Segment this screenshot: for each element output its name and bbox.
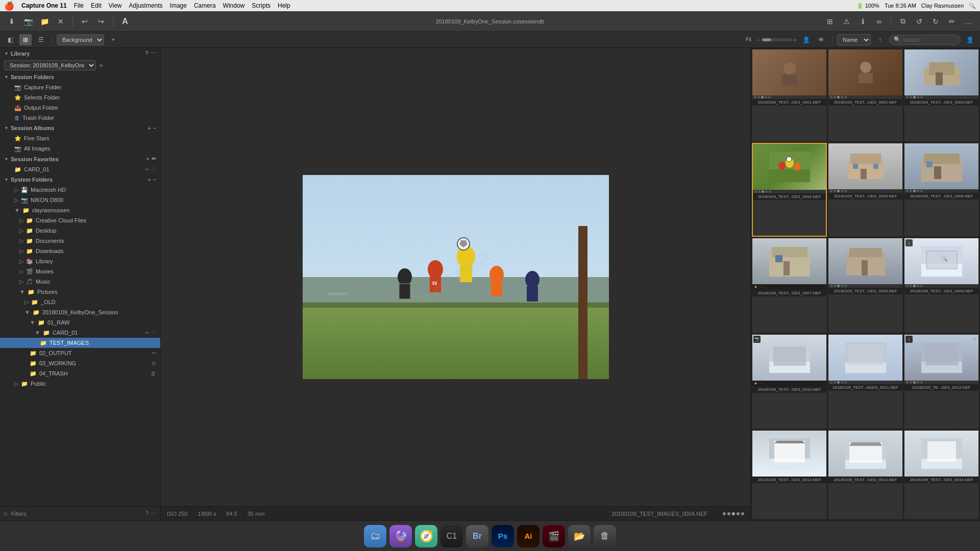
system-folders-header[interactable]: ▼ System Folders + −	[0, 174, 160, 185]
card01sub-edit-icon[interactable]: ✏	[145, 330, 150, 336]
session-favorites-header[interactable]: ▼ Session Favorites + ✏	[0, 154, 160, 164]
folder-button[interactable]: 📁	[38, 15, 51, 28]
filters-help[interactable]: ?	[145, 510, 149, 517]
loop-button[interactable]: ∞	[872, 15, 886, 28]
sfav-edit[interactable]: ✏	[152, 156, 156, 162]
fav-edit-icon[interactable]: ✏	[145, 166, 150, 173]
dock-files[interactable]: 📂	[568, 525, 591, 547]
redo-button[interactable]: ↪	[94, 15, 108, 28]
library-section-header[interactable]: ▼ Library ? ⋯	[0, 48, 160, 59]
search-box[interactable]: 🔍 Search	[889, 35, 961, 45]
sa-add[interactable]: +	[148, 125, 151, 131]
trash-sub-action-icon[interactable]: 🗑	[151, 370, 156, 377]
card01sub-heart-icon[interactable]: ♡	[151, 330, 156, 336]
menu-help[interactable]: Help	[278, 2, 290, 9]
sysf-add[interactable]: +	[148, 177, 151, 183]
menu-edit[interactable]: Edit	[91, 2, 102, 9]
thumb-0004[interactable]: 20180109_TEST...GES_0004.NEF	[752, 143, 827, 237]
sidebar-item-downloads[interactable]: ▷ 📁 Downloads	[0, 246, 160, 256]
alert-button[interactable]: ⚠	[840, 15, 853, 28]
sidebar-item-02output[interactable]: 📁 02_OUTPUT ✏	[0, 348, 160, 358]
library-more[interactable]: ⋯	[151, 50, 156, 57]
sidebar-item-all-images[interactable]: 📷 All Images	[0, 143, 160, 154]
sidebar-item-documents[interactable]: ▷ 📁 Documents	[0, 236, 160, 246]
menu-camera[interactable]: Camera	[194, 2, 216, 9]
view-list[interactable]: ☰	[35, 34, 47, 45]
add-session-button[interactable]: +	[99, 61, 103, 69]
zoom-slider[interactable]	[762, 38, 793, 41]
thumb-0006[interactable]: 20180109_TEST...GES_0006.NEF	[904, 143, 979, 237]
sidebar-item-trash[interactable]: 🗑 Trash Folder	[0, 113, 160, 123]
output-action-icon[interactable]: ✏	[152, 350, 156, 357]
menu-app[interactable]: Capture One 11	[21, 2, 67, 9]
thumb-0008[interactable]: 20180109_TEST...GES_0008.NEF	[828, 238, 903, 333]
dock-trash[interactable]: 🗑	[594, 525, 616, 547]
person-filter[interactable]: 👤	[800, 34, 812, 45]
thumb-0001[interactable]: 20180109_TEST...GES_0001.NEF	[752, 49, 827, 142]
dock-capture-one[interactable]: C1	[440, 525, 463, 547]
sidebar-item-public[interactable]: ▷ 📁 Public	[0, 379, 160, 389]
thumb-0012[interactable]: ▶ 1 20180109_TE...GES_0012.NEF	[904, 334, 979, 429]
thumb-0013[interactable]: 20180109_TEST...GES_0013.NEF	[752, 430, 827, 519]
filters-label[interactable]: Filters	[11, 511, 27, 517]
apple-menu[interactable]: 🍎	[4, 1, 14, 11]
sfav-add[interactable]: +	[146, 156, 150, 162]
background-select[interactable]: Background White Light Gray Dark Gray Bl…	[57, 34, 104, 45]
undo-button[interactable]: ↩	[78, 15, 91, 28]
thumb-0002[interactable]: 20180109_TEST...GES_0002.NEF	[828, 49, 903, 142]
sidebar-item-creative-cloud[interactable]: ▷ 📁 Creative Cloud Files	[0, 215, 160, 226]
sidebar-item-old[interactable]: ▷ 📁 _OLD	[0, 297, 160, 307]
text-button[interactable]: A	[118, 15, 132, 28]
person-icon[interactable]: 👤	[964, 34, 976, 45]
search-icon[interactable]: 🔍	[969, 3, 976, 9]
zoom-plus[interactable]: +	[794, 37, 797, 43]
dock-safari[interactable]: 🧭	[415, 525, 437, 547]
session-albums-header[interactable]: ▼ Session Albums + −	[0, 123, 160, 133]
session-folders-header[interactable]: ▼ Session Folders	[0, 72, 160, 82]
layout-grid-button[interactable]: ⊞	[823, 15, 837, 28]
tethered-button[interactable]: 📷	[21, 15, 35, 28]
dock-photoshop[interactable]: Ps	[492, 525, 514, 547]
sidebar-item-test-images[interactable]: 📁 TEST_IMAGES	[0, 338, 160, 348]
menu-window[interactable]: Window	[223, 2, 245, 9]
copy-button[interactable]: ⧉	[896, 15, 910, 28]
sidebar-item-selects[interactable]: ⭐ Selects Folder	[0, 92, 160, 103]
sync-button[interactable]: ↻	[929, 15, 942, 28]
sidebar-item-capture[interactable]: 📷 Capture Folder	[0, 82, 160, 92]
thumb-0010[interactable]: 📷 ★ · · · · 20180109_TEST...GES_0010.NEF	[752, 334, 827, 429]
dock-finder[interactable]: 🗂	[364, 525, 386, 547]
sidebar-item-five-stars[interactable]: ⭐ Five Stars	[0, 133, 160, 143]
sidebar-item-output[interactable]: 📤 Output Folder	[0, 103, 160, 113]
info-button[interactable]: ℹ	[856, 15, 869, 28]
dock-bridge[interactable]: Br	[466, 525, 488, 547]
library-help[interactable]: ?	[145, 50, 149, 57]
view-grid[interactable]: ⊞	[19, 34, 32, 45]
thumb-0015[interactable]: 20180109_TEST...GES_0015.NEF	[904, 430, 979, 519]
menu-adjustments[interactable]: Adjustments	[129, 2, 163, 9]
menu-view[interactable]: View	[109, 2, 122, 9]
eye-button[interactable]: 👁	[815, 34, 827, 45]
sidebar-item-movies[interactable]: ▷ 🎬 Movies	[0, 266, 160, 277]
import-button[interactable]: ⬇	[5, 15, 18, 28]
thumb-0011[interactable]: 20180109_TEST...AGES_0011.NEF	[828, 334, 903, 429]
dock-siri[interactable]: 🔮	[389, 525, 412, 547]
sidebar-item-04trash[interactable]: 📁 04_TRASH 🗑	[0, 368, 160, 379]
sidebar-item-pictures[interactable]: ▼ 📁 Pictures	[0, 287, 160, 297]
sa-more[interactable]: −	[153, 125, 156, 131]
sidebar-item-music[interactable]: ▷ 🎵 Music	[0, 277, 160, 287]
thumb-0014[interactable]: 20180109_TEST...GES_0014.NEF	[828, 430, 903, 519]
sidebar-item-card01-sub[interactable]: ▼ 📁 CARD_01 ✏ ♡	[0, 328, 160, 338]
edit-button[interactable]: ✏	[945, 15, 959, 28]
delete-button[interactable]: ✕	[54, 15, 67, 28]
sort-select[interactable]: Name Date Rating	[837, 34, 871, 45]
session-select[interactable]: Session: 20180109_KelbyOne_Session	[4, 60, 96, 70]
add-bg-button[interactable]: +	[107, 34, 119, 45]
sidebar-item-nikon[interactable]: ▷ 📷 NIKON D800	[0, 195, 160, 205]
sidebar-item-desktop[interactable]: ▷ 📁 Desktop	[0, 226, 160, 236]
menu-file[interactable]: File	[74, 2, 84, 9]
sidebar-item-card01-fav[interactable]: 📁 CARD_01 ✏ ♡	[0, 164, 160, 174]
filters-more[interactable]: ⋯	[151, 510, 156, 517]
thumb-0003[interactable]: 20180109_TEST...GES_0003.NEF	[904, 49, 979, 142]
thumb-0007[interactable]: ★ · · · · 20180109_TEST...GES_0007.NEF	[752, 238, 827, 333]
dock-media[interactable]: 🎬	[543, 525, 565, 547]
